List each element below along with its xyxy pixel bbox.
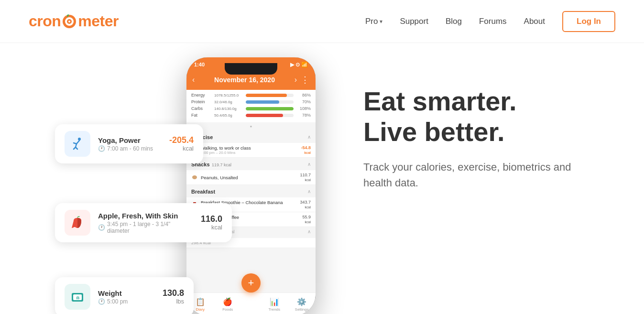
logo-text-start: cron [29,12,61,30]
diary-item-walking[interactable]: Walking, to work or class 2:00 pm – 20.0… [186,143,316,158]
card-weight: ⚖ Weight 🕐 5:00 pm 130.8 lbs [55,277,194,314]
expand-breakfast-icon[interactable]: ∧ [307,189,311,194]
weight-title: Weight [98,289,155,297]
main-nav: Pro ▾ Support Blog Forums About Log In [365,11,615,32]
diary-item-peanuts[interactable]: Peanuts, Unsalted 110.7kcal [186,170,316,185]
phone-time: 1:40 [194,62,205,67]
cronometer-icon [61,13,77,29]
macro-carbs: Carbs 140.8/130.0g 108% [191,106,311,111]
trends-tab-icon: 📊 [270,297,279,306]
expand-snacks-icon[interactable]: ∧ [307,162,311,167]
nav-tab-settings[interactable]: ⚙️ Settings [288,297,316,312]
diary-breakfast-header: Breakfast ∧ [186,185,316,197]
nav-tab-trends[interactable]: 📊 Trends [261,297,288,312]
foods-tab-icon: 🍎 [223,297,232,306]
add-entry-button[interactable]: + [241,273,261,292]
yoga-subtitle: 🕐 7:00 am - 60 mins [98,145,162,152]
headline-line2: Live better. [363,117,615,147]
yoga-card-content: Yoga, Power 🕐 7:00 am - 60 mins [98,136,162,152]
clock-icon: 🕐 [98,145,105,152]
phone-date-nav: November 16, 2020 [214,76,275,84]
phone-macros: Energy 1078.5/1255.0 86% Protein 32.0/46… [186,90,316,122]
logo-text-end: meter [78,12,119,30]
food-icon [191,174,198,181]
weight-subtitle: 🕐 5:00 pm [98,298,155,305]
next-day-icon[interactable]: › [295,76,297,84]
nav-forums[interactable]: Forums [479,17,507,26]
apple-icon-wrap [65,210,90,236]
settings-tab-icon: ⚙️ [297,297,306,306]
more-options-icon[interactable]: ⋮ [301,75,310,85]
macro-fat: Fat 50.4/65.0g 78% [191,113,311,118]
svg-text:⚖: ⚖ [76,296,80,300]
diary-exercise-header: Exercise ∧ [186,130,316,143]
svg-line-15 [76,147,77,149]
diary-tab-icon: 📋 [196,297,205,306]
expand-dinner-icon[interactable]: ∧ [307,229,311,234]
card-yoga: Yoga, Power 🕐 7:00 am - 60 mins -205.4 k… [55,124,203,163]
logo[interactable]: cron meter [29,12,119,30]
main-content: 1:40 ▶ ⊙ 📶 ‹ November 16, 2020 › ⋮ [0,43,644,314]
clock-icon-2: 🕐 [98,224,105,231]
nav-about[interactable]: About [524,17,545,26]
svg-point-7 [192,175,197,179]
right-section: Eat smarter. Live better. Track your cal… [325,57,615,191]
weight-scale-icon: ⚖ [70,289,85,304]
nav-tab-foods[interactable]: 🍎 Foods [214,297,242,312]
yoga-icon-wrap [65,131,90,157]
header: cron meter Pro ▾ Support Blog Forums Abo… [0,0,644,43]
yoga-value: -205.4 kcal [169,136,194,152]
subheadline: Track your calories, exercise, biometric… [363,159,602,191]
nav-support[interactable]: Support [400,17,428,26]
phone-date: November 16, 2020 [214,76,275,84]
weight-icon-wrap: ⚖ [65,284,90,310]
prev-day-icon[interactable]: ‹ [192,76,195,84]
login-button[interactable]: Log In [562,11,615,32]
diary-snacks-header: Snacks 119.7 kcal ∧ [186,158,316,170]
phone-bottom-nav: 📋 Diary 🍎 Foods 📊 Trends [186,292,316,314]
weight-value: 130.8 lbs [163,289,184,305]
svg-line-11 [76,141,79,144]
clock-icon-3: 🕐 [98,298,105,305]
weight-card-content: Weight 🕐 5:00 pm [98,289,155,305]
left-section: 1:40 ▶ ⊙ 📶 ‹ November 16, 2020 › ⋮ [29,57,325,311]
apple-value: 116.0 kcal [201,215,222,231]
apple-card-content: Apple, Fresh, With Skin 🕐 3:45 pm - 1 la… [98,212,193,234]
yoga-title: Yoga, Power [98,136,162,144]
chevron-down-icon: ▾ [380,18,382,25]
expand-exercise-icon[interactable]: ∧ [307,134,311,140]
headline-line1: Eat smarter. [363,86,615,117]
apple-icon [70,215,85,230]
nav-pro[interactable]: Pro ▾ [365,17,382,26]
apple-subtitle: 🕐 3:45 pm - 1 large - 3 1/4" diameter [98,221,193,234]
yoga-icon [70,136,85,152]
headline: Eat smarter. Live better. [363,86,615,148]
phone-screen: 1:40 ▶ ⊙ 📶 ‹ November 16, 2020 › ⋮ [186,57,316,314]
macro-protein: Protein 32.0/46.0g 70% [191,99,311,104]
phone-notch [225,63,277,75]
scroll-indicator: ● [186,122,316,130]
nav-blog[interactable]: Blog [446,17,462,26]
card-apple: Apple, Fresh, With Skin 🕐 3:45 pm - 1 la… [55,203,232,242]
phone-mockup: 1:40 ▶ ⊙ 📶 ‹ November 16, 2020 › ⋮ [186,57,325,314]
apple-title: Apple, Fresh, With Skin [98,212,193,220]
svg-point-3 [68,21,70,22]
phone-status-icons: ▶ ⊙ 📶 [290,62,308,68]
macro-energy: Energy 1078.5/1255.0 86% [191,93,311,97]
